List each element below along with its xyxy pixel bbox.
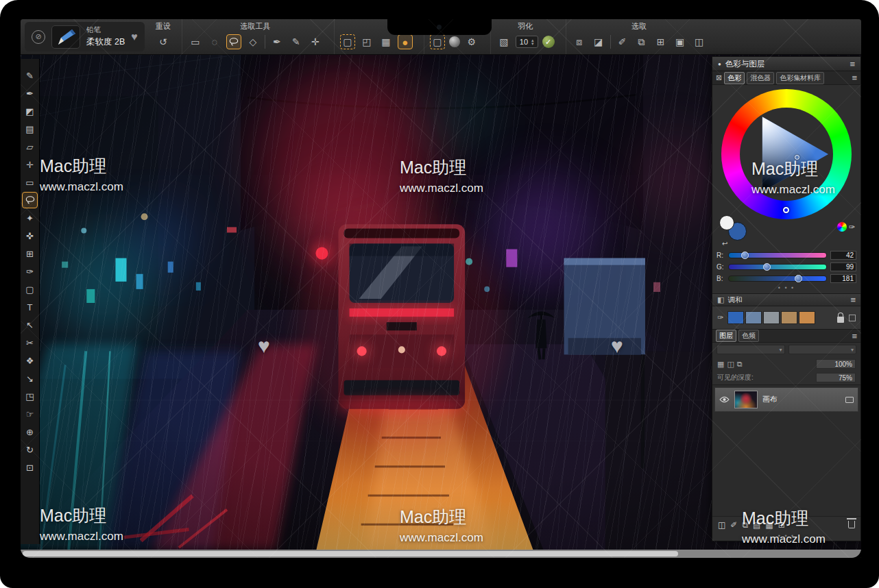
harmony-swatch[interactable] xyxy=(727,311,744,324)
polygon-lasso-icon[interactable]: ◇ xyxy=(245,34,261,49)
layers-menu-icon[interactable]: ≡ xyxy=(852,331,857,341)
gear-icon[interactable]: ⚙ xyxy=(464,34,479,49)
shape-select-tool[interactable]: ↖ xyxy=(22,317,38,333)
pen-tool[interactable]: ✑ xyxy=(22,263,38,280)
rect-select-tool[interactable]: ▭ xyxy=(22,174,38,191)
dropper-tool[interactable]: ✒ xyxy=(22,85,38,101)
harmony-swatch[interactable] xyxy=(763,311,780,324)
step-down-icon[interactable]: ▾ xyxy=(531,42,534,45)
layer-adjuster-tool[interactable]: ✛ xyxy=(22,156,38,173)
tab-color-set[interactable]: 色彩集材料库 xyxy=(776,72,824,84)
transform-tool[interactable]: ✜ xyxy=(22,228,38,244)
brush-variant-label[interactable]: 柔软度 2B xyxy=(86,36,125,48)
crop-tool[interactable]: ⊞ xyxy=(22,245,38,262)
green-slider-thumb[interactable] xyxy=(763,263,771,271)
hue-marker[interactable] xyxy=(783,207,789,213)
perspective-grid-tool[interactable]: ◳ xyxy=(22,388,38,404)
tab-close-icon[interactable]: ⊠ xyxy=(716,73,722,82)
feather-stepper[interactable]: 10 ▴ ▾ xyxy=(516,36,538,48)
harmony-menu-icon[interactable]: ≡ xyxy=(850,295,856,305)
opacity-value[interactable]: 100% xyxy=(816,359,856,369)
dynamic-plugin-icon[interactable]: ⊞ xyxy=(778,520,785,530)
delete-layer-trash-icon[interactable] xyxy=(848,521,855,528)
panel-menu-icon[interactable]: ≡ xyxy=(850,59,855,69)
layer-note-icon[interactable] xyxy=(845,397,854,403)
panel-header[interactable]: ● 色彩与图层 ≡ xyxy=(712,57,860,71)
lasso-tool[interactable] xyxy=(22,192,38,208)
new-liquid-ink-layer-icon[interactable]: ⧉ xyxy=(742,520,748,530)
border-selection-icon[interactable]: ◫ xyxy=(692,34,707,49)
scissors-tool[interactable]: ✂ xyxy=(22,334,38,351)
mixer-sampler-tool[interactable]: ↘ xyxy=(22,370,38,387)
paint-bucket-tool[interactable]: ◩ xyxy=(22,103,38,119)
shape-tool[interactable]: ▢ xyxy=(22,281,38,297)
magnifier-tool[interactable]: ⊕ xyxy=(22,424,38,440)
apply-check-button[interactable]: ✓ xyxy=(542,36,555,48)
harmony-header[interactable]: ◧ 调和 ≡ xyxy=(712,293,860,306)
brush-tool[interactable]: ✎ xyxy=(22,67,38,84)
lock-icon[interactable] xyxy=(837,317,844,323)
brush-preview[interactable] xyxy=(51,25,80,49)
brush-ghost-icon[interactable]: ⊘ xyxy=(32,30,45,44)
red-value[interactable]: 42 xyxy=(830,251,856,260)
tab-layers[interactable]: 图层 xyxy=(716,330,736,342)
blue-slider-thumb[interactable] xyxy=(795,275,802,282)
sv-marker[interactable] xyxy=(795,155,799,160)
selection-adjuster-icon[interactable]: ✛ xyxy=(308,34,323,49)
eye-icon[interactable] xyxy=(719,396,730,403)
navigator-tool[interactable]: ⊡ xyxy=(22,459,38,476)
group-layers-icon[interactable]: ▤ xyxy=(753,520,760,530)
tab-color[interactable]: 色彩 xyxy=(724,72,745,84)
rotate-page-tool[interactable]: ↻ xyxy=(22,441,38,458)
panel-bottom-dots[interactable]: • • • xyxy=(712,532,860,541)
harmony-picker-icon[interactable]: ✑ xyxy=(717,313,723,322)
reset-tool-icon[interactable]: ↺ xyxy=(156,34,171,49)
rect-marquee-icon[interactable]: ▭ xyxy=(188,34,203,49)
feather-icon[interactable]: ▧ xyxy=(496,34,511,49)
pickup-underlying-icon[interactable]: ◫ xyxy=(727,360,734,369)
composite-depth-dropdown[interactable]: ▾ xyxy=(788,345,857,354)
gradient-tool[interactable]: ▤ xyxy=(22,121,38,137)
dropper-icon[interactable]: ✒ xyxy=(269,34,285,49)
tab-channels[interactable]: 色频 xyxy=(738,330,759,342)
blue-slider[interactable] xyxy=(728,275,827,282)
main-color-chip[interactable] xyxy=(719,215,734,230)
eraser-tool[interactable]: ▱ xyxy=(22,138,38,155)
view-sphere-icon[interactable] xyxy=(449,36,460,47)
draw-mode-circle-icon[interactable]: ● xyxy=(398,34,413,49)
view-select-icon[interactable]: ▢ xyxy=(430,34,445,49)
layer-row-canvas[interactable]: 画布 xyxy=(714,387,858,412)
copy-selection-icon[interactable]: ⧉ xyxy=(634,34,649,49)
red-slider[interactable] xyxy=(728,252,827,258)
preserve-transparency-icon[interactable]: ▦ xyxy=(717,360,724,369)
lasso-icon[interactable] xyxy=(226,34,241,49)
invert-selection-icon[interactable]: ◪ xyxy=(591,34,606,49)
grabber-hand-tool[interactable]: ☞ xyxy=(22,406,38,422)
magic-wand-tool[interactable]: ✦ xyxy=(22,210,38,226)
blue-value[interactable]: 181 xyxy=(830,274,856,283)
color-tabs-menu-icon[interactable]: ≡ xyxy=(852,73,857,83)
green-slider[interactable] xyxy=(728,264,827,270)
selection-brush-icon[interactable]: ✎ xyxy=(289,34,304,49)
swap-colors-icon[interactable]: ↩ xyxy=(722,240,727,247)
draw-mode-square-icon[interactable]: ▢ xyxy=(340,34,355,49)
new-layer-icon[interactable]: ◫ xyxy=(718,520,725,530)
contract-selection-icon[interactable]: ▣ xyxy=(673,34,688,49)
duplicate-layer-icon[interactable]: ⧉ xyxy=(737,360,743,369)
harmony-swatch[interactable] xyxy=(781,311,797,324)
stroke-selection-icon[interactable]: ✐ xyxy=(615,34,630,49)
color-sampler-icons[interactable]: ✑ xyxy=(837,222,855,232)
tab-mixer[interactable]: 混色器 xyxy=(747,72,774,84)
oval-marquee-icon[interactable]: ◌ xyxy=(207,34,222,49)
panel-resize-dots[interactable]: • • • xyxy=(712,284,860,293)
depth-value[interactable]: 75% xyxy=(816,373,856,382)
text-tool[interactable]: T xyxy=(22,299,38,315)
green-value[interactable]: 99 xyxy=(830,262,856,271)
shape-edit-tool[interactable]: ❖ xyxy=(22,352,38,369)
draw-mode-corner-icon[interactable]: ◰ xyxy=(359,34,374,49)
favorite-heart-icon[interactable]: ♥ xyxy=(131,31,138,43)
composite-method-dropdown[interactable]: ▾ xyxy=(717,345,785,354)
harmony-swatch[interactable] xyxy=(799,311,815,324)
harmony-swatch[interactable] xyxy=(745,311,762,324)
harmony-grid-icon[interactable] xyxy=(849,315,856,321)
